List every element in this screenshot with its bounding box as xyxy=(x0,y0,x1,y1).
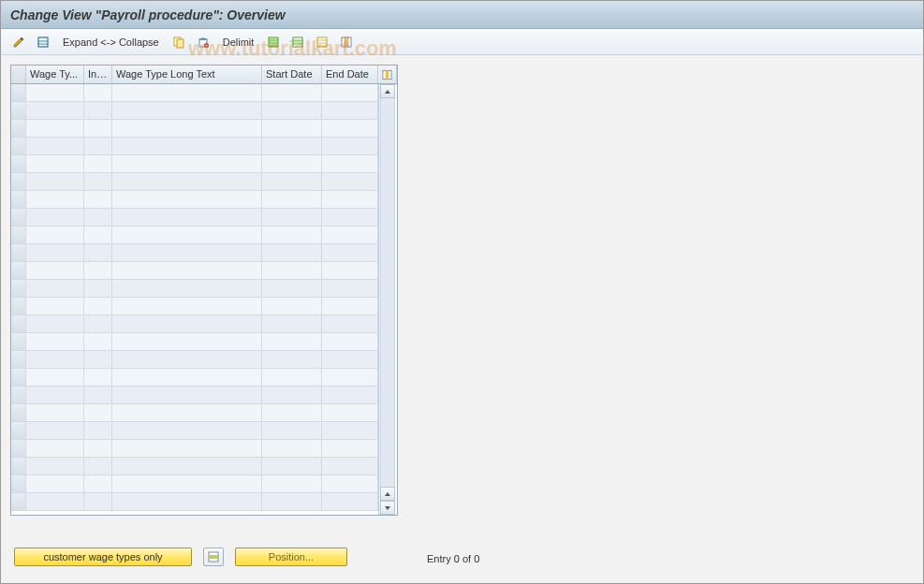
table-cell[interactable] xyxy=(262,226,322,244)
table-cell[interactable] xyxy=(84,404,112,422)
config-icon[interactable] xyxy=(336,33,357,51)
table-cell[interactable] xyxy=(112,173,262,191)
table-cell[interactable] xyxy=(112,209,262,226)
delete-icon[interactable] xyxy=(193,33,213,51)
table-cell[interactable] xyxy=(262,280,322,298)
table-cell[interactable] xyxy=(26,475,84,493)
table-cell[interactable] xyxy=(11,475,26,493)
table-cell[interactable] xyxy=(26,369,84,387)
table-cell[interactable] xyxy=(84,387,112,404)
table-cell[interactable] xyxy=(322,138,378,155)
table-cell[interactable] xyxy=(262,440,322,458)
table-cell[interactable] xyxy=(11,387,26,404)
table-cell[interactable] xyxy=(322,404,378,422)
table-row[interactable] xyxy=(11,387,378,404)
table-row[interactable] xyxy=(11,102,378,120)
table-cell[interactable] xyxy=(112,120,262,138)
table-cell[interactable] xyxy=(262,475,322,493)
scrollbar-track[interactable] xyxy=(380,98,395,487)
table-cell[interactable] xyxy=(112,102,262,120)
table-cell[interactable] xyxy=(26,120,84,138)
table-row[interactable] xyxy=(11,191,378,209)
toggle-display-change-icon[interactable] xyxy=(8,33,29,51)
table-cell[interactable] xyxy=(262,404,322,422)
table-cell[interactable] xyxy=(112,404,262,422)
table-cell[interactable] xyxy=(262,173,322,191)
table-cell[interactable] xyxy=(11,404,26,422)
table-cell[interactable] xyxy=(322,315,378,333)
table-cell[interactable] xyxy=(84,120,112,138)
table-cell[interactable] xyxy=(84,84,112,102)
table-cell[interactable] xyxy=(11,191,26,209)
table-cell[interactable] xyxy=(26,102,84,120)
table-row[interactable] xyxy=(11,120,378,138)
table-cell[interactable] xyxy=(112,422,262,440)
table-config-button[interactable] xyxy=(378,66,397,83)
table-cell[interactable] xyxy=(26,440,84,458)
table-cell[interactable] xyxy=(84,369,112,387)
table-cell[interactable] xyxy=(84,173,112,191)
table-cell[interactable] xyxy=(11,315,26,333)
table-cell[interactable] xyxy=(322,209,378,226)
select-block-icon[interactable] xyxy=(287,33,308,51)
table-cell[interactable] xyxy=(26,333,84,351)
table-cell[interactable] xyxy=(84,191,112,209)
table-cell[interactable] xyxy=(26,458,84,475)
table-cell[interactable] xyxy=(322,458,378,475)
table-cell[interactable] xyxy=(11,262,26,280)
column-start-date[interactable]: Start Date xyxy=(262,66,322,83)
table-cell[interactable] xyxy=(322,191,378,209)
table-cell[interactable] xyxy=(262,138,322,155)
table-cell[interactable] xyxy=(322,84,378,102)
table-cell[interactable] xyxy=(26,351,84,369)
table-cell[interactable] xyxy=(26,84,84,102)
table-row[interactable] xyxy=(11,138,378,155)
table-cell[interactable] xyxy=(11,280,26,298)
table-row[interactable] xyxy=(11,333,378,351)
select-all-icon[interactable] xyxy=(263,33,284,51)
table-cell[interactable] xyxy=(26,315,84,333)
table-cell[interactable] xyxy=(112,298,262,315)
table-cell[interactable] xyxy=(112,493,262,511)
table-cell[interactable] xyxy=(26,298,84,315)
table-cell[interactable] xyxy=(322,298,378,315)
table-cell[interactable] xyxy=(112,351,262,369)
table-cell[interactable] xyxy=(262,102,322,120)
table-cell[interactable] xyxy=(112,440,262,458)
table-cell[interactable] xyxy=(11,209,26,226)
table-cell[interactable] xyxy=(112,333,262,351)
table-cell[interactable] xyxy=(112,369,262,387)
table-row[interactable] xyxy=(11,84,378,102)
table-cell[interactable] xyxy=(26,422,84,440)
table-cell[interactable] xyxy=(11,440,26,458)
table-cell[interactable] xyxy=(322,351,378,369)
table-cell[interactable] xyxy=(112,226,262,244)
table-row[interactable] xyxy=(11,155,378,173)
table-cell[interactable] xyxy=(322,333,378,351)
table-cell[interactable] xyxy=(11,155,26,173)
table-cell[interactable] xyxy=(26,138,84,155)
table-cell[interactable] xyxy=(322,475,378,493)
table-cell[interactable] xyxy=(26,404,84,422)
table-cell[interactable] xyxy=(322,280,378,298)
table-cell[interactable] xyxy=(11,244,26,262)
table-row[interactable] xyxy=(11,475,378,493)
table-cell[interactable] xyxy=(262,315,322,333)
column-inf[interactable]: Inf... xyxy=(84,66,112,83)
table-cell[interactable] xyxy=(26,244,84,262)
table-cell[interactable] xyxy=(84,422,112,440)
table-cell[interactable] xyxy=(262,493,322,511)
table-cell[interactable] xyxy=(84,315,112,333)
table-cell[interactable] xyxy=(322,262,378,280)
table-cell[interactable] xyxy=(262,333,322,351)
table-cell[interactable] xyxy=(112,280,262,298)
table-cell[interactable] xyxy=(322,387,378,404)
table-cell[interactable] xyxy=(112,315,262,333)
vertical-scrollbar[interactable] xyxy=(378,84,395,515)
deselect-all-icon[interactable] xyxy=(312,33,332,51)
table-cell[interactable] xyxy=(262,84,322,102)
table-cell[interactable] xyxy=(26,191,84,209)
table-row[interactable] xyxy=(11,315,378,333)
table-row[interactable] xyxy=(11,369,378,387)
table-cell[interactable] xyxy=(262,262,322,280)
